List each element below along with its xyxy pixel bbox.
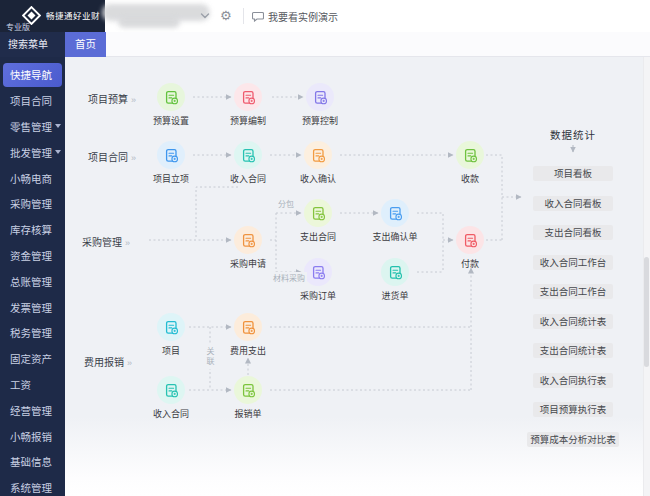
flow-node-income-confirm[interactable]: 收入确认: [280, 141, 356, 185]
tab-首页[interactable]: 首页: [65, 32, 106, 57]
sidebar-item-label: 系统管理: [10, 480, 52, 495]
sidebar-item-15[interactable]: 小畅报销: [0, 423, 65, 449]
flow-node-label: 收入合同: [210, 172, 286, 185]
flow-node-purchase-request[interactable]: 采购申请: [210, 226, 286, 270]
sidebar-item-12[interactable]: 固定资产: [0, 346, 65, 372]
flow-node-label: 预算编制: [210, 114, 286, 127]
reimburse-sheet-icon: [234, 376, 262, 404]
flow-row-label-expense-reimburse: 费用报销»: [84, 354, 131, 369]
scrollbar-thumb[interactable]: [644, 257, 649, 367]
stat-button-10[interactable]: 预算成本分析对比表: [527, 432, 619, 447]
flow-node-expense-spending[interactable]: 费用支出: [210, 313, 286, 357]
sidebar-item-7[interactable]: 库存核算: [0, 217, 65, 243]
flow-node-payment[interactable]: 付款: [432, 226, 508, 270]
budget-compile-icon: [234, 83, 262, 111]
flow-row-label-project-budget: 项目预算»: [88, 91, 135, 106]
sidebar-item-label: 库存核算: [10, 222, 52, 237]
flow-node-label: 收入确认: [280, 172, 356, 185]
payment-icon: [456, 226, 484, 254]
flow-node-income-contract[interactable]: 收入合同: [210, 141, 286, 185]
flow-node-label: 报销单: [210, 407, 286, 420]
flow-node-label: 支出合同: [280, 230, 356, 243]
sidebar-item-label: 采购管理: [10, 196, 52, 211]
flow-node-label: 支出确认单: [357, 230, 433, 243]
flow-node-label: 预算控制: [282, 114, 358, 127]
project-initiation-icon: [157, 141, 185, 169]
sidebar-item-6[interactable]: 采购管理: [0, 191, 65, 217]
sidebar-item-label: 小畅电商: [10, 171, 52, 186]
sidebar-item-9[interactable]: 总账管理: [0, 268, 65, 294]
demo-link[interactable]: 我要看实例演示: [252, 9, 338, 24]
flow-node-receipt-money[interactable]: 收款: [432, 141, 508, 185]
flow-node-label: 收入合同: [133, 407, 209, 420]
sidebar-item-10[interactable]: 发票管理: [0, 294, 65, 320]
project-icon: [157, 313, 185, 341]
top-header: 畅捷通好业财 专业版 ⚙ 我要看实例演示: [0, 0, 650, 32]
stat-button-4[interactable]: 收入合同工作台: [533, 255, 613, 270]
sidebar-item-label: 发票管理: [10, 300, 52, 315]
sidebar-item-17[interactable]: 系统管理: [0, 475, 65, 496]
flow-node-label: 费用支出: [210, 344, 286, 357]
gear-icon[interactable]: ⚙: [220, 8, 232, 24]
expense-spending-icon: [234, 313, 262, 341]
stat-button-2[interactable]: 收入合同看板: [533, 196, 613, 211]
sidebar-item-label: 基础信息: [10, 454, 52, 469]
branch-label-material-purchase: 材料采购: [271, 272, 307, 283]
sidebar-item-14[interactable]: 经营管理: [0, 397, 65, 423]
chevron-down-icon[interactable]: [200, 12, 210, 20]
sidebar-item-4[interactable]: 批发管理: [0, 139, 65, 165]
main-content: 项目预算»项目合同»采购管理»费用报销» 预算设置预算编制预算控制项目立项收入合…: [65, 57, 650, 496]
flow-node-label: 收款: [432, 172, 508, 185]
flow-node-project[interactable]: 项目: [133, 313, 209, 357]
stat-button-1[interactable]: 项目看板: [533, 166, 613, 181]
sidebar-item-5[interactable]: 小畅电商: [0, 165, 65, 191]
flow-node-budget-control[interactable]: 预算控制: [282, 83, 358, 127]
brand-name: 畅捷通好业财: [46, 9, 100, 21]
speech-bubble-icon: [252, 11, 264, 22]
stat-button-6[interactable]: 收入合同统计表: [533, 314, 613, 329]
income-confirm-icon: [304, 141, 332, 169]
sidebar-item-3[interactable]: 零售管理: [0, 114, 65, 140]
sidebar-item-16[interactable]: 基础信息: [0, 449, 65, 475]
flow-node-budget-setting[interactable]: 预算设置: [133, 83, 209, 127]
budget-control-icon: [306, 83, 334, 111]
flow-node-reimburse-sheet[interactable]: 报销单: [210, 376, 286, 420]
flow-node-goods-receipt-sheet[interactable]: 进货单: [357, 258, 433, 302]
sidebar-item-label: 批发管理: [10, 145, 52, 160]
double-arrow-icon: »: [125, 238, 129, 248]
flow-row-label-purchase-mgmt: 采购管理»: [82, 234, 129, 249]
purchase-order-icon: [304, 258, 332, 286]
sidebar-item-2[interactable]: 项目合同: [0, 88, 65, 114]
demo-link-label: 我要看实例演示: [268, 9, 338, 24]
stat-button-3[interactable]: 支出合同看板: [533, 225, 613, 240]
flow-node-income-contract-2[interactable]: 收入合同: [133, 376, 209, 420]
header-divider: [243, 8, 244, 24]
sidebar-item-1[interactable]: 快捷导航: [3, 63, 62, 87]
flow-node-label: 预算设置: [133, 114, 209, 127]
flow-row-label-project-contract: 项目合同»: [88, 149, 135, 164]
sidebar-item-label: 快捷导航: [10, 67, 52, 82]
receipt-money-icon: [456, 141, 484, 169]
sidebar-item-8[interactable]: 资金管理: [0, 243, 65, 269]
flow-node-expense-confirm-sheet[interactable]: 支出确认单: [357, 199, 433, 243]
stat-button-8[interactable]: 收入合同执行表: [533, 373, 613, 388]
caret-down-icon: [55, 124, 61, 128]
redacted-company-name-2: [118, 16, 180, 28]
sidebar-item-13[interactable]: 工资: [0, 372, 65, 398]
flow-node-project-initiation[interactable]: 项目立项: [133, 141, 209, 185]
sidebar-nav: 快捷导航项目合同零售管理批发管理小畅电商采购管理库存核算资金管理总账管理发票管理…: [0, 57, 65, 496]
flow-node-label: 付款: [432, 257, 508, 270]
flow-node-label: 采购申请: [210, 257, 286, 270]
search-menu-button[interactable]: 搜索菜单: [0, 32, 65, 57]
sidebar-item-label: 经营管理: [10, 403, 52, 418]
sidebar-item-label: 零售管理: [10, 119, 52, 134]
stat-button-9[interactable]: 项目预算执行表: [533, 402, 613, 417]
stat-button-7[interactable]: 支出合同统计表: [533, 343, 613, 358]
scrollbar-track[interactable]: [643, 57, 650, 496]
sidebar-item-11[interactable]: 税务管理: [0, 320, 65, 346]
sidebar-item-label: 资金管理: [10, 248, 52, 263]
flow-node-label: 项目立项: [133, 172, 209, 185]
flow-node-budget-compile[interactable]: 预算编制: [210, 83, 286, 127]
stat-button-5[interactable]: 支出合同工作台: [533, 284, 613, 299]
purchase-request-icon: [234, 226, 262, 254]
